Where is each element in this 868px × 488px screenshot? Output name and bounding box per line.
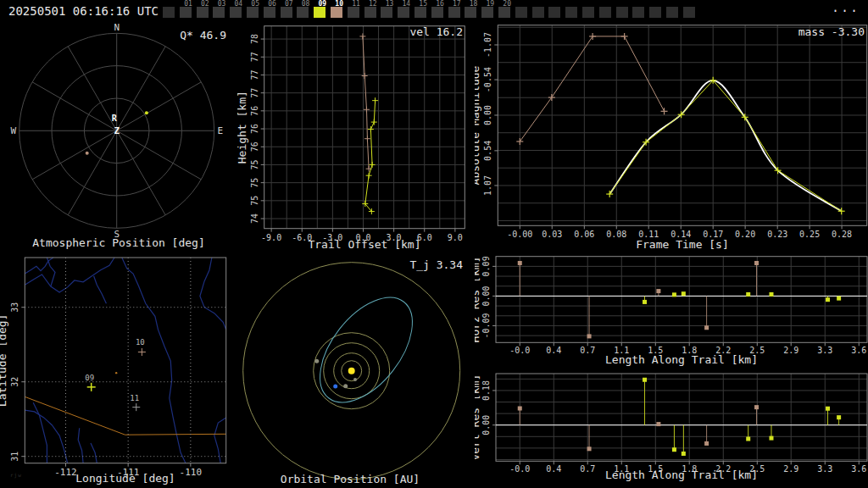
frame-thumb-blank: [649, 7, 661, 18]
frame-number-label: 20: [499, 1, 511, 8]
compass-north: N: [114, 24, 120, 33]
vertical-residuals-chart: -0.00.40.71.11.51.82.22.52.93.33.60.180.…: [475, 369, 868, 488]
x-tick-label: 0.4: [546, 464, 561, 474]
residual-point: [769, 436, 773, 441]
site-label-11: 11: [130, 394, 139, 402]
x-tick-label: 0.28: [832, 230, 852, 239]
frame-number-label: 03: [214, 1, 225, 8]
x-tick-label: 2.9: [783, 346, 798, 355]
x-tick-label: 9.0: [448, 233, 463, 242]
frame-thumb-05[interactable]: [247, 7, 259, 18]
plot-frame: [264, 26, 465, 229]
frame-number-label: 11: [348, 1, 360, 8]
frame-thumb-blank: [683, 7, 695, 18]
y-tick-label: 77: [250, 88, 259, 98]
overflow-menu-icon[interactable]: ...: [832, 0, 860, 15]
frame-number-label: 01: [181, 1, 192, 8]
frame-thumb-04[interactable]: [230, 7, 242, 18]
frame-thumb-08[interactable]: [297, 7, 309, 18]
frame-thumb-13[interactable]: [381, 7, 392, 18]
frame-thumb-11[interactable]: [348, 7, 359, 18]
river-line: [122, 258, 186, 463]
x-axis-label: Longitude [deg]: [75, 472, 175, 485]
residual-point: [769, 292, 773, 297]
y-tick-label: 0.00: [481, 286, 491, 306]
x-tick-label: -112: [54, 467, 77, 478]
river-line: [78, 428, 83, 463]
y-tick-label: -0.09: [481, 313, 491, 338]
residual-point: [587, 446, 592, 451]
frame-number-label: 16: [432, 1, 444, 8]
frame-thumb-17[interactable]: [448, 7, 460, 18]
light-curve-chart: -0.000.030.060.080.110.140.170.200.230.2…: [475, 24, 868, 252]
residual-point: [643, 300, 647, 304]
x-tick-label: -0.0: [509, 346, 530, 355]
compass-east: E: [217, 125, 223, 136]
residual-point: [837, 297, 841, 301]
frame-thumb-14[interactable]: [398, 7, 409, 18]
x-tick-label: -0.00: [507, 230, 532, 239]
y-tick-label: 76: [250, 106, 259, 116]
y-tick-label: -1.07: [483, 32, 492, 58]
residual-point: [754, 405, 759, 409]
frame-thumb-19[interactable]: [481, 7, 493, 18]
site-label-09: 09: [85, 374, 94, 382]
x-axis-label: Length Along Trail [km]: [605, 353, 758, 366]
y-tick-label: 75: [250, 159, 259, 169]
atmospheric-position-chart: NSWERZAtmospheric Position [deg]: [0, 24, 237, 252]
frame-thumb-12[interactable]: [364, 7, 376, 18]
residual-point: [754, 261, 759, 265]
frame-thumb-blank: [548, 7, 560, 18]
frame-thumb-18[interactable]: [465, 7, 476, 18]
frame-thumb-01[interactable]: [180, 7, 192, 18]
residual-point: [826, 407, 830, 411]
panel-light-curve: -0.000.030.060.080.110.140.170.200.230.2…: [475, 24, 868, 252]
frame-thumb-blank: [515, 7, 527, 18]
frame-thumb-06[interactable]: [264, 7, 275, 18]
frame-thumb-15[interactable]: [415, 7, 426, 18]
tisserand-readout: T_j 3.34: [409, 258, 463, 271]
body-mercury: [353, 378, 357, 381]
frame-thumb-blank: [599, 7, 611, 18]
frame-number-label: 12: [365, 1, 377, 8]
panel-ground-map: -112-111-110313233Longitude [deg]Latitud…: [0, 252, 237, 488]
frame-number-label: 07: [281, 1, 293, 8]
residual-point: [682, 452, 686, 456]
velocity-readout: vel 16.2: [409, 25, 463, 38]
residual-point: [656, 422, 660, 426]
frame-thumb-blank: [532, 7, 544, 18]
residual-point: [682, 291, 686, 296]
panel-horizontal-residuals: -0.00.40.71.11.51.82.22.52.93.33.60.090.…: [475, 251, 868, 369]
y-tick-label: 75: [250, 178, 259, 188]
y-tick-label: 75: [250, 196, 259, 206]
compass-west: W: [10, 125, 16, 136]
frame-thumb-16[interactable]: [431, 7, 443, 18]
ground-map-chart: -112-111-110313233Longitude [deg]Latitud…: [0, 252, 237, 488]
y-tick-label: 1.07: [483, 175, 492, 196]
site-label-10: 10: [136, 338, 145, 347]
frame-thumb-03[interactable]: [213, 7, 225, 18]
frame-thumb-09[interactable]: [314, 7, 326, 18]
frame-thumb-blank: [666, 7, 678, 18]
residual-point: [704, 441, 709, 446]
frame-number-label: 17: [449, 1, 461, 8]
x-tick-label: 3.6: [851, 346, 866, 355]
frame-number-label: 09: [314, 1, 326, 8]
frame-thumb-07[interactable]: [281, 7, 292, 18]
series-station-2: [520, 36, 664, 141]
frame-thumb-20[interactable]: [498, 7, 510, 18]
y-tick-label: 33: [10, 302, 19, 313]
frame-thumb-10[interactable]: [331, 7, 342, 18]
residual-point: [643, 378, 647, 382]
x-tick-label: -9.0: [261, 233, 281, 242]
frame-thumb-blank: [582, 7, 594, 18]
frame-thumb-blank: [163, 7, 175, 18]
position-point: [145, 111, 148, 114]
frame-thumb-02[interactable]: [197, 7, 209, 18]
residual-point: [656, 289, 660, 293]
series-fit-curve: [609, 80, 842, 211]
x-tick-label: 0.08: [606, 230, 626, 239]
x-axis-label: Frame Time [s]: [636, 238, 729, 251]
residual-point: [587, 334, 592, 338]
frame-strip: 0102030405060708091011121314151617181920: [0, 0, 868, 24]
